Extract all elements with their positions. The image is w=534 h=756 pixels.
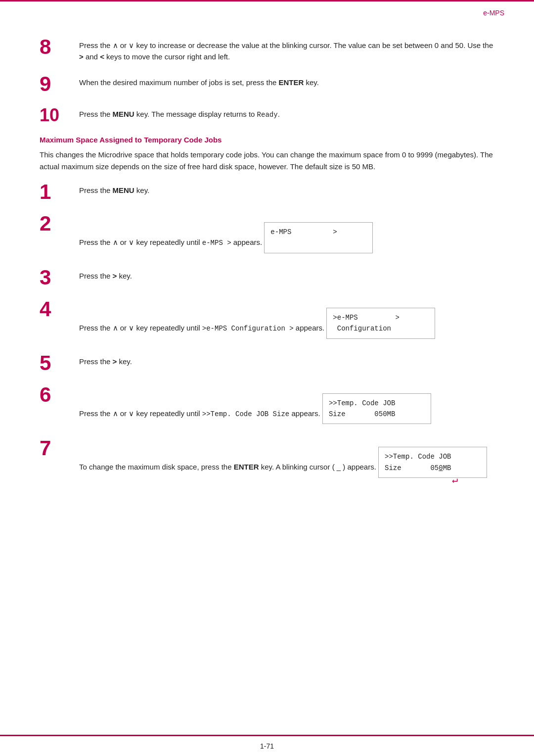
step-7-enter-key: ENTER (234, 463, 259, 472)
page-header: e-MPS (0, 0, 534, 17)
step-10-ready-text: Ready (257, 111, 278, 119)
page-container: e-MPS 8 Press the ∧ or ∨ key to increase… (0, 0, 534, 756)
step-5-gt-key: > (113, 357, 117, 366)
page-number: 1-71 (260, 742, 274, 750)
step-1-menu-key: MENU (113, 186, 134, 194)
step-6-code-box: >>Temp. Code JOB Size 050MB (322, 393, 431, 425)
step-5-row: 5 Press the > key. (40, 353, 494, 374)
step-7-content: To change the maximum disk space, press … (79, 438, 494, 481)
step-5-number: 5 (40, 353, 79, 374)
bottom-decorative-line (0, 735, 534, 736)
step-5-content: Press the > key. (79, 353, 494, 367)
step-4-row: 4 Press the ∧ or ∨ key repeatedly until … (40, 299, 494, 342)
step-7-row: 7 To change the maximum disk space, pres… (40, 438, 494, 481)
step-4-content: Press the ∧ or ∨ key repeatedly until >e… (79, 299, 494, 342)
header-title: e-MPS (483, 9, 504, 17)
main-content: 8 Press the ∧ or ∨ key to increase or de… (0, 17, 534, 521)
page-footer: 1-71 (0, 742, 534, 750)
step-9-enter-key: ENTER (279, 78, 304, 87)
step-6-row: 6 Press the ∧ or ∨ key repeatedly until … (40, 384, 494, 427)
step-3-number: 3 (40, 267, 79, 288)
step-2-up-arrow: ∧ (113, 238, 118, 246)
step-1-row: 1 Press the MENU key. (40, 182, 494, 202)
step-9-number: 9 (40, 74, 79, 94)
step-1-number: 1 (40, 182, 79, 202)
step-8-row: 8 Press the ∧ or ∨ key to increase or de… (40, 37, 494, 63)
step-8-content: Press the ∧ or ∨ key to increase or decr… (79, 37, 494, 63)
step-1-content: Press the MENU key. (79, 182, 494, 196)
step-8-down-arrow: ∨ (129, 41, 134, 49)
step-3-content: Press the > key. (79, 267, 494, 282)
step-7-number: 7 (40, 438, 79, 459)
step-7-cursor-pos: 0 (439, 464, 443, 472)
step-6-content: Press the ∧ or ∨ key repeatedly until >>… (79, 384, 494, 427)
step-4-up-arrow: ∧ (113, 324, 118, 332)
step-2-row: 2 Press the ∧ or ∨ key repeatedly until … (40, 213, 494, 256)
step-8-up-arrow: ∧ (113, 41, 118, 49)
top-decorative-line (0, 0, 534, 1)
step-8-lt-key: < (100, 52, 104, 61)
step-2-code-box: e-MPS > (264, 222, 373, 253)
step-9-row: 9 When the desired maximum number of job… (40, 74, 494, 94)
step-2-display-text: e-MPS > (202, 239, 231, 247)
step-2-content: Press the ∧ or ∨ key repeatedly until e-… (79, 213, 494, 256)
step-2-number: 2 (40, 213, 79, 234)
step-8-number: 8 (40, 37, 79, 57)
section-heading: Maximum Space Assigned to Temporary Code… (40, 136, 494, 144)
step-8-gt-key: > (79, 52, 84, 61)
section-body: This changes the Microdrive space that h… (40, 149, 494, 173)
step-4-code-box: >e-MPS > Configuration (326, 308, 435, 339)
step-10-row: 10 Press the MENU key. The message displ… (40, 105, 494, 125)
step-6-up-arrow: ∧ (113, 409, 118, 418)
step-2-down-arrow: ∨ (129, 238, 134, 246)
step-4-number: 4 (40, 299, 79, 320)
step-3-row: 3 Press the > key. (40, 267, 494, 288)
step-7-code-box: >>Temp. Code JOB Size 050MB ↵ (378, 447, 487, 478)
step-10-number: 10 (40, 105, 79, 125)
step-10-content: Press the MENU key. The message display … (79, 105, 494, 121)
step-4-down-arrow: ∨ (129, 324, 134, 332)
cursor-arrow-icon: ↵ (452, 472, 458, 488)
step-6-display-text: >>Temp. Code JOB Size (202, 410, 289, 418)
step-4-display-text: >e-MPS Configuration > (202, 325, 294, 332)
step-9-content: When the desired maximum number of jobs … (79, 74, 494, 88)
step-10-menu-key: MENU (113, 110, 134, 118)
step-6-number: 6 (40, 384, 79, 405)
step-3-gt-key: > (113, 272, 117, 280)
step-6-down-arrow: ∨ (129, 409, 134, 418)
